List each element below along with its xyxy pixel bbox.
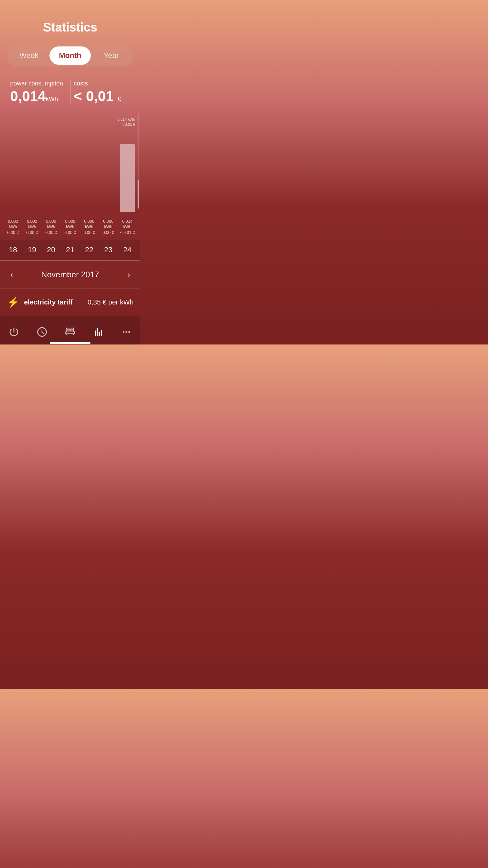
bed-icon bbox=[64, 326, 76, 338]
power-icon bbox=[8, 326, 20, 338]
bar-col-20: 0.000 kWh0.00 € bbox=[42, 117, 61, 212]
bar-label-22: 0.000 kWh0.00 € bbox=[80, 219, 99, 236]
power-value: 0,014kWh bbox=[10, 89, 67, 103]
nav-stats[interactable] bbox=[84, 323, 112, 341]
date-label-20: 20 bbox=[42, 239, 61, 260]
stats-row: power consumption 0,014kWh costs < 0,01 … bbox=[0, 73, 140, 107]
home-indicator bbox=[50, 342, 90, 344]
next-month-button[interactable]: › bbox=[124, 268, 134, 281]
tariff-row[interactable]: ⚡ electricity tariff 0,35 € per kWh bbox=[0, 289, 140, 316]
scroll-thumb bbox=[138, 180, 139, 209]
tariff-name: electricity tariff bbox=[24, 298, 73, 306]
page-title: Statistics bbox=[43, 20, 97, 34]
month-navigation: ‹ November 2017 › bbox=[0, 261, 140, 289]
chart-area: 0.000 kWh0.00 €0.000 kWh0.00 €0.000 kWh0… bbox=[0, 110, 140, 239]
date-labels-row: 18192021222324 bbox=[0, 239, 140, 261]
bar-col-19: 0.000 kWh0.00 € bbox=[22, 117, 41, 212]
costs-value: < 0,01 € bbox=[74, 89, 130, 103]
electricity-icon: ⚡ bbox=[7, 296, 19, 308]
date-label-23: 23 bbox=[99, 239, 118, 260]
power-label: power consumption bbox=[10, 80, 67, 87]
tab-year[interactable]: Year bbox=[91, 46, 132, 65]
bar-label-20: 0.000 kWh0.00 € bbox=[42, 219, 61, 236]
bar-label-18: 0.000 kWh0.00 € bbox=[3, 219, 22, 236]
date-label-22: 22 bbox=[80, 239, 99, 260]
bar-label-24: 0.014 kWh< 0.01 € bbox=[118, 219, 137, 236]
dots-icon bbox=[121, 326, 132, 338]
header: Statistics bbox=[0, 0, 140, 41]
bar-label-21: 0.000 kWh0.00 € bbox=[61, 219, 80, 236]
nav-more[interactable] bbox=[112, 323, 140, 341]
chart-icon bbox=[93, 326, 104, 338]
tariff-left: ⚡ electricity tariff bbox=[7, 296, 73, 308]
bar-col-21: 0.000 kWh0.00 € bbox=[61, 117, 80, 212]
nav-room[interactable] bbox=[56, 323, 84, 341]
power-consumption-block: power consumption 0,014kWh bbox=[7, 80, 70, 103]
clock-icon bbox=[36, 326, 48, 338]
date-label-24: 24 bbox=[118, 239, 137, 260]
bar-label-23: 0.000 kWh0.00 € bbox=[99, 219, 118, 236]
date-label-19: 19 bbox=[22, 239, 41, 260]
tab-week[interactable]: Week bbox=[8, 46, 49, 65]
bar-label-19: 0.000 kWh0.00 € bbox=[22, 219, 41, 236]
date-label-18: 18 bbox=[3, 239, 22, 260]
bar-col-22: 0.000 kWh0.00 € bbox=[80, 117, 99, 212]
current-month-label: November 2017 bbox=[41, 270, 99, 279]
costs-block: costs < 0,01 € bbox=[70, 80, 134, 103]
date-label-21: 21 bbox=[61, 239, 80, 260]
tab-month[interactable]: Month bbox=[49, 46, 90, 65]
costs-label: costs bbox=[74, 80, 130, 87]
bottom-nav bbox=[0, 316, 140, 344]
nav-schedule[interactable] bbox=[28, 323, 56, 341]
bar-col-24: 0.014 kWh< 0.01 €0.014 kWh< 0.01 € bbox=[118, 117, 137, 212]
bar-fill-24 bbox=[120, 144, 135, 212]
scroll-indicator bbox=[138, 114, 139, 209]
bar-col-23: 0.000 kWh0.00 € bbox=[99, 117, 118, 212]
bar-tooltip-24: 0.014 kWh< 0.01 € bbox=[117, 117, 135, 127]
chart-bars: 0.000 kWh0.00 €0.000 kWh0.00 €0.000 kWh0… bbox=[0, 117, 140, 212]
nav-power[interactable] bbox=[0, 323, 28, 341]
tab-selector: Week Month Year bbox=[7, 45, 134, 66]
prev-month-button[interactable]: ‹ bbox=[7, 268, 16, 281]
bar-col-18: 0.000 kWh0.00 € bbox=[3, 117, 22, 212]
tariff-value: 0,35 € per kWh bbox=[87, 298, 134, 306]
